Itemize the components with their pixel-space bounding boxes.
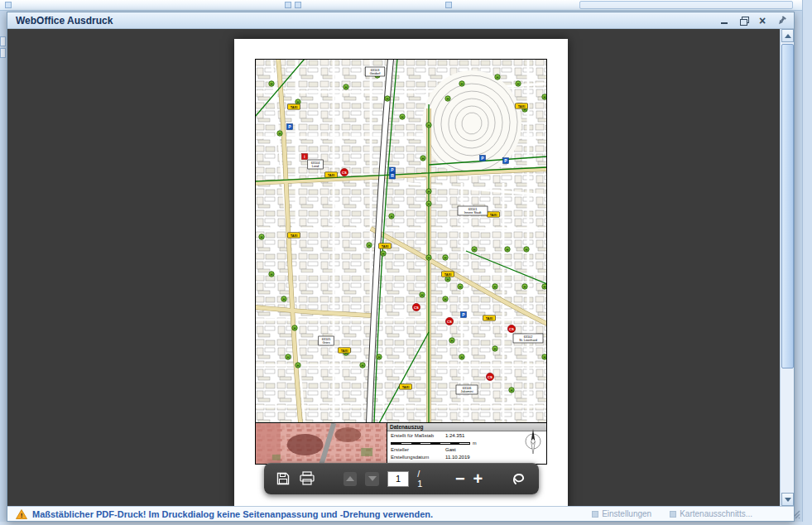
background-toolbar-segment (579, 1, 793, 9)
map-preview: HHHHHHHHHHHHHHHHHHHHHHHHHHHHHHHHHHHHHHHH… (255, 59, 547, 423)
scrollbar-thumb[interactable] (781, 44, 794, 368)
svg-text:R: R (391, 173, 394, 178)
triangle-up-icon (785, 34, 791, 38)
svg-text:H: H (517, 82, 519, 86)
svg-text:H: H (260, 235, 262, 239)
settings-link[interactable]: Einstellungen (592, 509, 651, 518)
save-button[interactable] (276, 471, 291, 486)
print-button[interactable] (299, 471, 315, 486)
dialog-title: WebOffice Ausdruck (16, 15, 113, 26)
svg-text:TAXI: TAXI (490, 213, 497, 217)
info-value: 1:24.351 (445, 433, 464, 439)
map-extent-link[interactable]: Kartenausschnitts... (670, 509, 752, 518)
svg-text:H: H (344, 85, 347, 89)
page-total-label: / 1 (417, 469, 427, 489)
info-label: Erstellungsdatum (391, 455, 445, 460)
svg-text:Geidorf: Geidorf (370, 72, 381, 75)
weboffice-print-dialog: WebOffice Ausdruck × (7, 12, 795, 522)
svg-text:H: H (493, 285, 496, 289)
svg-text:TAXI: TAXI (444, 272, 452, 277)
svg-text:H: H (421, 157, 424, 161)
scroll-up-button[interactable] (781, 29, 794, 42)
restore-icon (740, 17, 747, 24)
svg-text:TAXI: TAXI (402, 385, 410, 389)
scroll-down-button[interactable] (781, 493, 794, 506)
triangle-down-icon (785, 498, 791, 502)
svg-text:H: H (543, 355, 545, 359)
window-controls: × (718, 15, 787, 26)
background-app-toolbar (0, 0, 812, 11)
scalebar-row: m (391, 441, 543, 446)
previous-page-button[interactable] (344, 472, 358, 486)
page-number-input[interactable] (387, 471, 409, 487)
datenauszug-body: Erstellt für Maßstab 1:24.351 m Erstelle… (387, 431, 546, 464)
svg-text:H: H (270, 272, 272, 277)
svg-text:63104: 63104 (311, 161, 320, 165)
svg-text:63105: 63105 (322, 338, 331, 341)
viewer-scrollbar[interactable] (780, 29, 794, 506)
svg-text:H: H (427, 202, 430, 206)
svg-text:H: H (427, 256, 430, 260)
print-warning-text: Maßstäblicher PDF-Druck! Im Druckdialog … (32, 509, 433, 519)
scalebar (391, 442, 470, 445)
background-toolbar-icon (295, 2, 301, 8)
svg-text:63103: 63103 (371, 69, 380, 72)
zoom-in-button[interactable]: + (473, 471, 483, 486)
svg-text:H: H (525, 248, 527, 252)
background-app-scroll-strip (802, 0, 812, 525)
restore-button[interactable] (738, 15, 749, 26)
background-toolbar-icon (5, 2, 12, 8)
svg-text:CS: CS (488, 375, 492, 379)
background-map-button (0, 48, 6, 58)
arrow-up-icon (346, 476, 354, 481)
svg-text:H: H (444, 297, 446, 301)
svg-text:H: H (450, 339, 453, 343)
svg-text:!: ! (21, 512, 23, 519)
info-row-scale: Erstellt für Maßstab 1:24.351 (391, 433, 543, 439)
svg-text:CS: CS (414, 306, 419, 310)
svg-text:63101: 63101 (468, 208, 478, 211)
svg-text:TAXI: TAXI (518, 104, 526, 108)
minimize-button[interactable] (718, 15, 730, 26)
svg-text:H: H (401, 115, 403, 119)
svg-text:CS: CS (342, 171, 347, 175)
background-toolbar-icon (285, 2, 291, 8)
close-icon: × (759, 15, 766, 26)
svg-text:H: H (293, 326, 295, 330)
svg-text:H: H (543, 285, 545, 289)
svg-text:H: H (296, 364, 299, 368)
arrow-down-icon (368, 476, 377, 481)
background-app-statusbar (0, 522, 812, 525)
pin-button[interactable] (776, 15, 787, 26)
svg-text:TAXI: TAXI (341, 349, 348, 353)
zoom-out-button[interactable]: − (455, 471, 465, 486)
svg-text:H: H (473, 248, 475, 252)
next-page-button[interactable] (365, 472, 379, 486)
acrobat-button[interactable] (511, 471, 527, 486)
svg-text:Innere Stadt: Innere Stadt (464, 211, 483, 214)
acrobat-icon (511, 471, 527, 486)
svg-text:H: H (286, 355, 289, 359)
svg-text:H: H (386, 97, 388, 101)
pdf-viewer: HHHHHHHHHHHHHHHHHHHHHHHHHHHHHHHHHHHHHHHH… (7, 29, 794, 506)
gear-icon (592, 511, 598, 518)
save-icon (276, 471, 291, 486)
svg-text:H: H (270, 82, 272, 86)
dialog-status-row: ! Maßstäblicher PDF-Druck! Im Druckdialo… (7, 506, 794, 521)
dialog-titlebar[interactable]: WebOffice Ausdruck × (7, 12, 794, 29)
svg-text:H: H (496, 75, 498, 79)
info-value: Gast (445, 447, 456, 453)
map-footer: Datenauszug Erstellt für Maßstab 1:24.35… (255, 422, 547, 465)
svg-text:63106: 63106 (463, 387, 472, 390)
settings-link-label: Einstellungen (602, 509, 651, 518)
svg-text:Lend: Lend (312, 165, 319, 168)
svg-text:CS: CS (447, 320, 452, 324)
svg-text:H: H (444, 256, 446, 260)
svg-text:H: H (460, 82, 463, 86)
close-button[interactable]: × (757, 15, 768, 26)
map-icon (670, 511, 676, 518)
info-row-author: Ersteller Gast (391, 447, 543, 453)
svg-text:St. Leonhard: St. Leonhard (519, 339, 537, 342)
svg-text:Jakomini: Jakomini (461, 390, 473, 393)
datenauszug-panel: Datenauszug Erstellt für Maßstab 1:24.35… (387, 423, 546, 464)
